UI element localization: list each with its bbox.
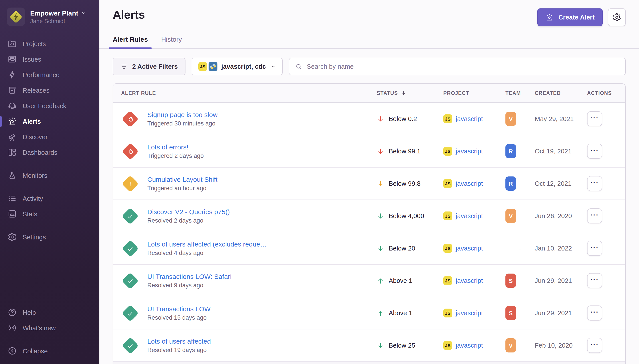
javascript-platform-icon: JS xyxy=(443,276,452,285)
created-date: Feb 10, 2020 xyxy=(535,342,573,349)
project-link[interactable]: javascript xyxy=(456,115,483,122)
sidebar-item-label: Activity xyxy=(23,195,43,202)
sidebar-item-releases[interactable]: Releases xyxy=(0,82,99,98)
tab-label: History xyxy=(161,36,182,43)
filter-icon xyxy=(120,63,128,70)
sidebar-item-dashboards[interactable]: Dashboards xyxy=(0,144,99,160)
org-name: Empower Plant xyxy=(30,9,78,17)
row-actions-button[interactable]: ··· xyxy=(587,241,602,256)
sidebar-nav: ProjectsIssuesPerformanceReleasesUser Fe… xyxy=(0,36,99,245)
releases-icon xyxy=(8,86,17,95)
column-header-status[interactable]: Status xyxy=(377,90,443,96)
sidebar-item-monitors[interactable]: Monitors xyxy=(0,168,99,183)
row-actions-button[interactable]: ··· xyxy=(587,306,602,320)
main-content: Alerts Create Alert Alert Rules xyxy=(99,0,639,364)
row-actions-button[interactable]: ··· xyxy=(587,338,602,353)
org-logo xyxy=(7,8,25,26)
sidebar-item-user-feedback[interactable]: User Feedback xyxy=(0,98,99,114)
sidebar-item-discover[interactable]: Discover xyxy=(0,129,99,144)
project-link[interactable]: javascript xyxy=(456,245,483,252)
sidebar-item-performance[interactable]: Performance xyxy=(0,67,99,82)
sidebar-item-issues[interactable]: Issues xyxy=(0,52,99,67)
sidebar-item-projects[interactable]: Projects xyxy=(0,36,99,52)
tab-alert-rules[interactable]: Alert Rules xyxy=(113,36,148,49)
flame-diamond-icon xyxy=(122,143,139,160)
search-input[interactable] xyxy=(307,63,619,70)
row-actions-button[interactable]: ··· xyxy=(587,273,602,288)
status-value: Below 0.2 xyxy=(389,115,417,122)
create-alert-button[interactable]: Create Alert xyxy=(538,8,603,26)
alert-rule-link[interactable]: Discover V2 - Queries p75() xyxy=(147,208,230,216)
table-row: Signup page is too slow Triggered 30 min… xyxy=(113,103,625,135)
activity-icon xyxy=(8,194,17,203)
sidebar-item-alerts[interactable]: Alerts xyxy=(0,114,99,129)
row-actions-button[interactable]: ··· xyxy=(587,144,602,159)
sidebar-item-settings[interactable]: Settings xyxy=(0,229,99,245)
alert-rule-link[interactable]: Lots of errors! xyxy=(147,143,204,151)
status-value: Below 4,000 xyxy=(389,212,424,220)
alert-rule-link[interactable]: Lots of users affected (excludes reque… xyxy=(147,240,267,248)
row-actions-button[interactable]: ··· xyxy=(587,176,602,191)
alert-rule-link[interactable]: Cumulative Layout Shift xyxy=(147,176,218,183)
status-value: Below 99.8 xyxy=(389,180,421,187)
search-field xyxy=(289,58,626,75)
tab-history[interactable]: History xyxy=(161,36,182,49)
sidebar-item-stats[interactable]: Stats xyxy=(0,206,99,222)
active-filters-button[interactable]: 2 Active Filters xyxy=(113,58,185,75)
alert-rule-link[interactable]: Signup page is too slow xyxy=(147,111,218,118)
table-row: Discover V2 - Queries p75() Resolved 2 d… xyxy=(113,200,625,232)
status-value: Below 99.1 xyxy=(389,148,421,155)
app-window: Empower Plant Jane Schmidt ProjectsIssue… xyxy=(0,0,639,364)
alert-rule-subtext: Resolved 4 days ago xyxy=(147,250,267,256)
column-header-created: Created xyxy=(535,90,587,96)
arrow-up-icon xyxy=(377,277,384,284)
sidebar-item-label: Stats xyxy=(23,210,37,218)
created-date: Jun 29, 2021 xyxy=(535,277,572,284)
project-link[interactable]: javascript xyxy=(456,277,483,284)
user-name: Jane Schmidt xyxy=(30,18,86,24)
ellipsis-icon: ··· xyxy=(590,308,599,315)
sidebar-item-help[interactable]: Help xyxy=(0,304,99,320)
sidebar-item-activity[interactable]: Activity xyxy=(0,191,99,206)
sidebar-item-collapse[interactable]: Collapse xyxy=(0,343,99,359)
arrow-down-icon xyxy=(377,244,384,252)
table-row: Cumulative Layout Shift Triggered an hou… xyxy=(113,168,625,200)
project-link[interactable]: javascript xyxy=(456,148,483,155)
check-diamond-icon xyxy=(122,240,139,257)
tab-label: Alert Rules xyxy=(113,36,148,43)
project-link[interactable]: javascript xyxy=(456,212,483,220)
team-avatar: R xyxy=(505,176,516,191)
arrow-down-icon xyxy=(377,115,384,122)
page-title: Alerts xyxy=(113,8,145,22)
active-tab-underline xyxy=(109,47,152,49)
alert-rule-subtext: Resolved 2 days ago xyxy=(147,217,230,224)
sidebar-item-label: Settings xyxy=(23,234,46,240)
status-value: Below 25 xyxy=(389,342,415,349)
alert-rule-subtext: Resolved 9 days ago xyxy=(147,282,232,289)
alert-rule-link[interactable]: UI Transactions LOW: Safari xyxy=(147,273,232,280)
siren-icon xyxy=(546,13,554,22)
sort-descending-icon xyxy=(400,90,406,96)
project-link[interactable]: javascript xyxy=(456,342,483,349)
project-selector[interactable]: JS javascript, cdc xyxy=(191,58,283,75)
org-switcher[interactable]: Empower Plant Jane Schmidt xyxy=(0,0,99,30)
created-date: May 29, 2021 xyxy=(535,115,574,122)
alert-rule-link[interactable]: UI Transactions LOW xyxy=(147,305,211,312)
sidebar-item-label: Monitors xyxy=(23,172,47,179)
javascript-platform-icon: JS xyxy=(443,341,452,350)
chevron-down-icon xyxy=(81,11,86,16)
column-header-project: Project xyxy=(443,90,505,96)
row-actions-button[interactable]: ··· xyxy=(587,208,602,224)
sidebar-item-whats-new[interactable]: What's new xyxy=(0,320,99,336)
whats-new-icon xyxy=(8,323,17,332)
check-diamond-icon xyxy=(122,272,139,289)
row-actions-button[interactable]: ··· xyxy=(587,111,602,126)
settings-button[interactable] xyxy=(608,8,626,26)
python-platform-icon xyxy=(208,62,217,71)
project-link[interactable]: javascript xyxy=(456,310,483,316)
search-icon xyxy=(295,63,303,70)
project-link[interactable]: javascript xyxy=(456,180,483,187)
arrow-down-icon xyxy=(377,212,384,220)
alert-rule-link[interactable]: Lots of users affected xyxy=(147,338,211,345)
sidebar: Empower Plant Jane Schmidt ProjectsIssue… xyxy=(0,0,99,364)
